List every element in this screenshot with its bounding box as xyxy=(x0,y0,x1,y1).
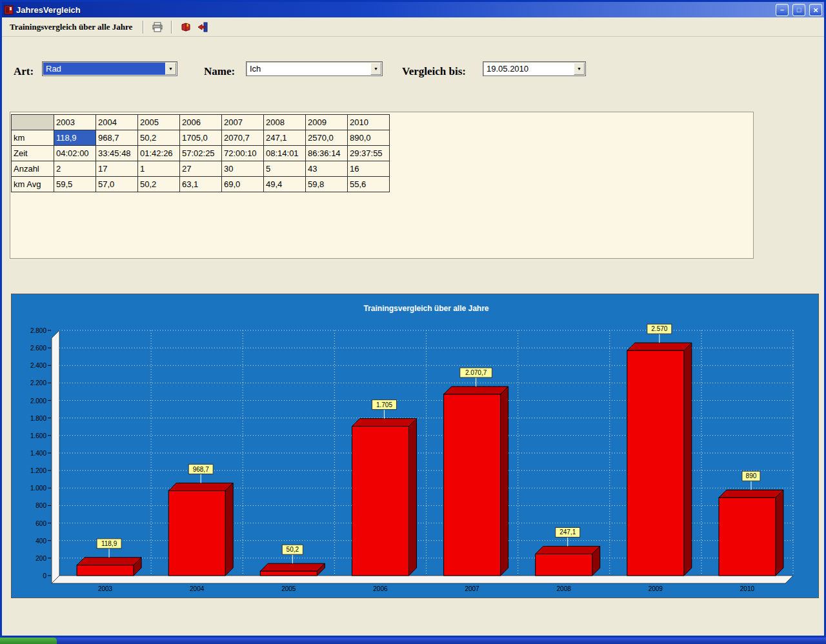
art-value: Rad xyxy=(43,63,165,75)
years-header-row: 20032004200520062007200820092010 xyxy=(12,115,390,130)
bar-top xyxy=(77,558,141,565)
bar[interactable] xyxy=(77,565,134,576)
table-cell[interactable]: 57:02:25 xyxy=(180,146,222,161)
table-cell[interactable]: 50,2 xyxy=(138,177,180,192)
row-label: km xyxy=(12,130,54,146)
year-header: 2007 xyxy=(222,115,264,130)
table-cell[interactable]: 43 xyxy=(306,161,348,177)
bar-value-text: 2.570 xyxy=(651,325,667,332)
table-cell[interactable]: 1 xyxy=(138,161,180,177)
table-cell[interactable]: 17 xyxy=(96,161,138,177)
table-cell[interactable]: 01:42:26 xyxy=(138,146,180,161)
table-cell[interactable]: 57,0 xyxy=(96,177,138,192)
vergleich-bis-select[interactable]: 19.05.2010 ▼ xyxy=(483,61,586,76)
chevron-down-icon[interactable]: ▼ xyxy=(165,63,176,75)
table-cell[interactable]: 04:02:00 xyxy=(54,146,96,161)
row-label: Zeit xyxy=(12,146,54,161)
x-tick-label: 2006 xyxy=(373,585,388,592)
bar-value-text: 2.070,7 xyxy=(465,369,487,376)
name-select[interactable]: Ich ▼ xyxy=(246,61,383,76)
bar-top xyxy=(352,419,416,427)
year-header: 2003 xyxy=(54,115,96,130)
table-cell[interactable]: 59,5 xyxy=(54,177,96,192)
bar-side xyxy=(684,343,692,576)
table-cell[interactable]: 247,1 xyxy=(264,130,306,146)
bar[interactable] xyxy=(352,427,408,576)
table-cell[interactable]: 69,0 xyxy=(222,177,264,192)
bar-top xyxy=(719,490,783,498)
bar-side xyxy=(776,490,783,576)
bar-top xyxy=(168,483,233,491)
table-cell[interactable]: 63,1 xyxy=(180,177,222,192)
table-cell[interactable]: 890,0 xyxy=(348,130,390,146)
table-cell[interactable]: 55,6 xyxy=(348,177,390,192)
vergleich-bis-label: Vergleich bis: xyxy=(402,65,466,78)
y-tick-label: 2.800 xyxy=(30,327,46,334)
table-cell[interactable]: 5 xyxy=(264,161,306,177)
bar[interactable] xyxy=(260,571,317,576)
table-body: km118,9968,750,21705,02070,7247,12570,08… xyxy=(12,130,390,192)
table-cell[interactable]: 968,7 xyxy=(96,130,138,146)
table-cell[interactable]: 118,9 xyxy=(54,130,96,146)
table-cell[interactable]: 59,8 xyxy=(306,177,348,192)
bar[interactable] xyxy=(719,498,776,576)
art-label: Art: xyxy=(14,65,34,78)
toolbar-separator xyxy=(171,21,172,34)
maximize-button[interactable]: □ xyxy=(792,4,805,16)
art-select[interactable]: Rad ▼ xyxy=(42,61,177,76)
chevron-down-icon[interactable]: ▼ xyxy=(370,63,381,75)
table-cell[interactable]: 27 xyxy=(180,161,222,177)
y-tick-label: 1.800 xyxy=(30,415,46,422)
help-button[interactable] xyxy=(177,19,194,35)
y-tick-label: 2.600 xyxy=(30,345,46,352)
bar[interactable] xyxy=(536,554,592,576)
table-cell[interactable]: 86:36:14 xyxy=(306,146,348,161)
bar-top xyxy=(627,343,692,350)
start-button[interactable] xyxy=(0,638,57,644)
x-tick-label: 2010 xyxy=(740,585,755,592)
minimize-button[interactable]: – xyxy=(776,4,789,16)
table-cell[interactable]: 49,4 xyxy=(264,177,306,192)
table-cell[interactable]: 30 xyxy=(222,161,264,177)
print-button[interactable] xyxy=(149,19,166,35)
bar-side xyxy=(501,387,509,576)
chart-floor xyxy=(52,576,793,583)
table-cell[interactable]: 72:00:10 xyxy=(222,146,264,161)
bar-chart: Trainingsvergleich über alle Jahre020040… xyxy=(12,294,818,598)
year-header: 2006 xyxy=(180,115,222,130)
bar-value-text: 968,7 xyxy=(193,466,209,473)
y-tick-label: 0 xyxy=(43,572,46,579)
y-tick-label: 1.200 xyxy=(30,467,46,474)
table-cell[interactable]: 33:45:48 xyxy=(96,146,138,161)
bar-value-text: 1.705 xyxy=(376,401,392,408)
y-tick-label: 1.400 xyxy=(30,450,46,457)
bar-top xyxy=(260,563,325,571)
table-cell[interactable]: 08:14:01 xyxy=(264,146,306,161)
table-cell[interactable]: 2070,7 xyxy=(222,130,264,146)
bar-top xyxy=(444,387,509,394)
table-cell[interactable]: 2 xyxy=(54,161,96,177)
y-tick-label: 2.000 xyxy=(30,397,46,405)
app-icon xyxy=(4,5,14,15)
table-cell[interactable]: 2570,0 xyxy=(306,130,348,146)
close-button[interactable]: × xyxy=(809,4,822,16)
x-tick-label: 2003 xyxy=(98,585,113,592)
year-header: 2004 xyxy=(96,115,138,130)
exit-icon xyxy=(197,22,208,32)
chevron-down-icon[interactable]: ▼ xyxy=(574,63,585,75)
window-title: JahresVergleich xyxy=(16,5,772,15)
y-tick-label: 800 xyxy=(35,502,46,509)
table-cell[interactable]: 29:37:55 xyxy=(348,146,390,161)
table-cell[interactable]: 16 xyxy=(348,161,390,177)
table-cell[interactable]: 50,2 xyxy=(138,130,180,146)
row-label: km Avg xyxy=(12,177,54,192)
exit-button[interactable] xyxy=(194,19,211,35)
x-tick-label: 2008 xyxy=(557,585,572,592)
titlebar: JahresVergleich – □ × xyxy=(2,2,824,17)
app-window: JahresVergleich – □ × Trainingsvergleich… xyxy=(0,0,826,638)
table-cell[interactable]: 1705,0 xyxy=(180,130,222,146)
bar[interactable] xyxy=(627,350,684,576)
bar-value-text: 247,1 xyxy=(559,528,576,536)
bar[interactable] xyxy=(444,394,501,576)
bar[interactable] xyxy=(168,491,225,576)
